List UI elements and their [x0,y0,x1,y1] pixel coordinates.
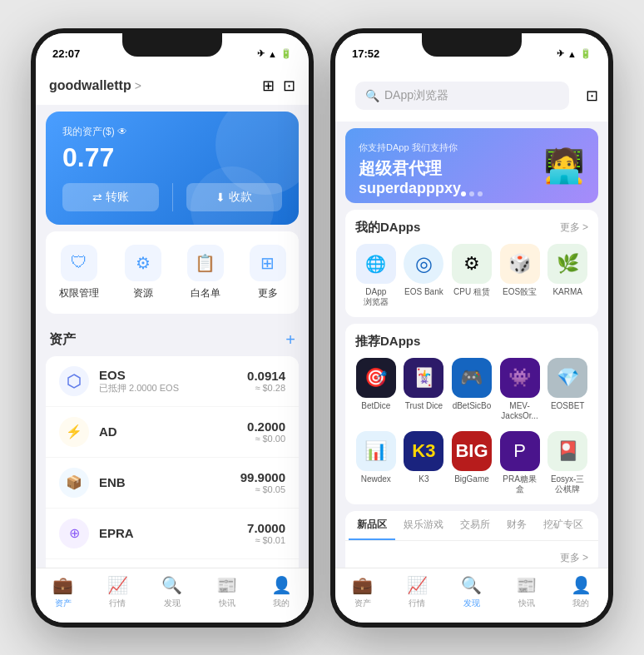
dapp-eosbank[interactable]: ◎ EOS Bank [404,244,445,307]
dapp-eosbet[interactable]: 💎 EOSBET [547,358,588,421]
newdex-icon: 📊 [364,440,387,462]
tab-assets-2[interactable]: 💼 资产 [335,575,390,609]
dapp-biggame[interactable]: BIG BigGame [451,431,493,494]
transfer-icon: ⇄ [92,191,102,204]
tab-me-1[interactable]: 👤 我的 [254,575,309,609]
tab-assets-1[interactable]: 💼 资产 [36,575,91,609]
tab-news-2[interactable]: 📰 快讯 [499,575,554,609]
tab-me-label-1: 我的 [273,598,290,609]
dot-2 [469,191,474,196]
asset-row-ad[interactable]: ⚡ AD 0.2000 ≈ $0.00 [46,407,299,458]
scan-icon[interactable]: ⊞ [262,77,275,95]
tab-news-label-1: 快讯 [219,598,235,609]
ad-usd: ≈ $0.00 [247,434,285,444]
wallet-arrow[interactable]: > [135,79,141,92]
asset-label: 我的资产($) 👁 [62,125,282,139]
tab-games[interactable]: 娱乐游戏 [395,511,452,540]
category-tabs: 新品区 娱乐游戏 交易所 财务 挖矿专区 日常工 [345,511,598,541]
tab-assets-label-1: 资产 [55,598,72,609]
eos-icon [59,366,89,396]
tab-exchange[interactable]: 交易所 [452,511,498,540]
receive-button[interactable]: ⬇ 收款 [186,183,283,211]
battery-icon: 🔋 [280,48,292,59]
asset-row-epra[interactable]: ⊕ EPRA 7.0000 ≈ $0.01 [46,509,299,559]
tab-market-2[interactable]: 📈 行情 [390,575,445,609]
dapp-eossicbo-name: EOS骰宝 [503,287,537,297]
grid-more-icon: ⊞ [260,253,275,273]
quick-whitelist[interactable]: 📋 白名单 [187,245,224,300]
main-container: 22:07 ✈ ▲ 🔋 goodwallettp > ⊞ ⊡ [14,12,630,644]
tab-market-1[interactable]: 📈 行情 [91,575,146,609]
assets-title: 资产 [49,331,76,349]
shield-icon: 🛡 [71,253,87,272]
time-2: 17:52 [352,47,379,60]
tab-bar-1: 💼 资产 📈 行情 🔍 发现 📰 快讯 👤 我的 [36,568,309,623]
tab-finance[interactable]: 财务 [498,511,535,540]
k3-icon: K3 [412,440,435,462]
epra-usd: ≈ $0.01 [247,535,285,545]
tab-discover-1[interactable]: 🔍 发现 [145,575,200,609]
dapp-karma[interactable]: 🌿 KARMA [547,244,588,307]
search-icon: 🔍 [365,89,379,102]
tab-bar-2: 💼 资产 📈 行情 🔍 发现 📰 快讯 👤 我的 [335,568,608,623]
tab-discover-2[interactable]: 🔍 发现 [444,575,499,609]
wallet-name: goodwallettp [49,78,131,93]
epra-info: EPRA [99,526,237,540]
phone1: 22:07 ✈ ▲ 🔋 goodwallettp > ⊞ ⊡ [31,28,314,628]
tab-mining[interactable]: 挖矿专区 [535,511,592,540]
battery-icon-2: 🔋 [580,48,592,59]
quick-menu: 🛡 权限管理 ⚙ 资源 📋 白名单 [46,231,299,314]
karma-icon: 🌿 [557,253,579,275]
dapp-browser[interactable]: 🌐 DApp浏览器 [355,244,397,307]
tab-new[interactable]: 新品区 [349,511,395,540]
dapp-eosyx[interactable]: 🎴 Eosyx-三公棋牌 [547,431,588,494]
asset-row-eos[interactable]: EOS 已抵押 2.0000 EOS 0.0914 ≈ $0.28 [46,356,299,407]
enb-icon: 📦 [59,468,89,498]
dapp-browser-icon: 🌐 [356,244,396,284]
whitelist-label: 白名单 [191,286,220,300]
betdice-name: BetDice [361,401,390,411]
dapp-k3[interactable]: K3 K3 [404,431,445,494]
ad-amount: 0.2000 [247,419,285,434]
eosbet-icon: 💎 [557,367,579,389]
more-icon-bg: ⊞ [250,245,286,281]
asset-row-horus[interactable]: 🦅 HORUS 29.9700 ≈ $0.23 [46,559,299,568]
quick-resource[interactable]: ⚙ 资源 [125,245,161,300]
dapp-pra[interactable]: P PRA糖果盒 [499,431,541,494]
my-dapps-more[interactable]: 更多 > [560,221,588,235]
phone2-content: 🔍 DApp浏览器 ⊡ 你支持DApp 我们支持你 超级君代理 superdap… [335,70,608,568]
dapp-betdice[interactable]: 🎯 BetDice [355,358,397,421]
discover-tab-icon-2: 🔍 [461,575,482,595]
dapp-dbetsicbo[interactable]: 🎮 dBetSicBo [451,358,493,421]
whitelist-icon-bg: 📋 [187,245,224,281]
dapp-mev[interactable]: 👾 MEV-JacksOr... [499,358,541,421]
tab-market-label-1: 行情 [109,598,126,609]
dapp-karma-icon: 🌿 [547,244,587,284]
recommended-dapps-section: 推荐DApps 🎯 BetDice 🃏 [345,324,598,504]
newdex-icon-bg: 📊 [356,431,396,471]
receive-label: 收款 [229,190,252,205]
add-asset-button[interactable]: + [285,330,295,350]
tab-assets-label-2: 资产 [354,598,371,609]
new-apps-more[interactable]: 更多 > [355,548,588,568]
transfer-button[interactable]: ⇄ 转账 [62,183,159,211]
phone2: 17:52 ✈ ▲ 🔋 🔍 DApp浏览器 ⊡ [330,28,613,628]
fullscreen-icon[interactable]: ⊡ [586,87,598,105]
grid-icon[interactable]: ⊡ [283,77,295,95]
quick-auth[interactable]: 🛡 权限管理 [59,245,99,300]
promo-banner[interactable]: 你支持DApp 我们支持你 超级君代理 superdapppxy 🧑‍💻 [345,128,598,203]
dapp-eossicbo[interactable]: 🎲 EOS骰宝 [499,244,541,307]
transfer-label: 转账 [106,190,129,205]
time-1: 22:07 [52,47,80,60]
new-apps-section: 更多 > 🌳 柚子树 首款EOS制户浏览器/搜索引擎，支持相关... ··· [345,541,598,568]
tab-news-1[interactable]: 📰 快讯 [200,575,255,609]
dapp-newdex[interactable]: 📊 Newdex [355,431,397,494]
dapp-cpu[interactable]: ⚙ CPU 租赁 [451,244,493,307]
quick-more[interactable]: ⊞ 更多 [250,245,286,300]
tab-me-2[interactable]: 👤 我的 [553,575,608,609]
search-bar[interactable]: 🔍 DApp浏览器 [355,82,569,110]
tab-daily[interactable]: 日常工 [592,511,598,540]
dapp-trustdice[interactable]: 🃏 Trust Dice [404,358,445,421]
asset-row-enb[interactable]: 📦 ENB 99.9000 ≈ $0.05 [46,458,299,509]
enb-info: ENB [99,475,230,489]
